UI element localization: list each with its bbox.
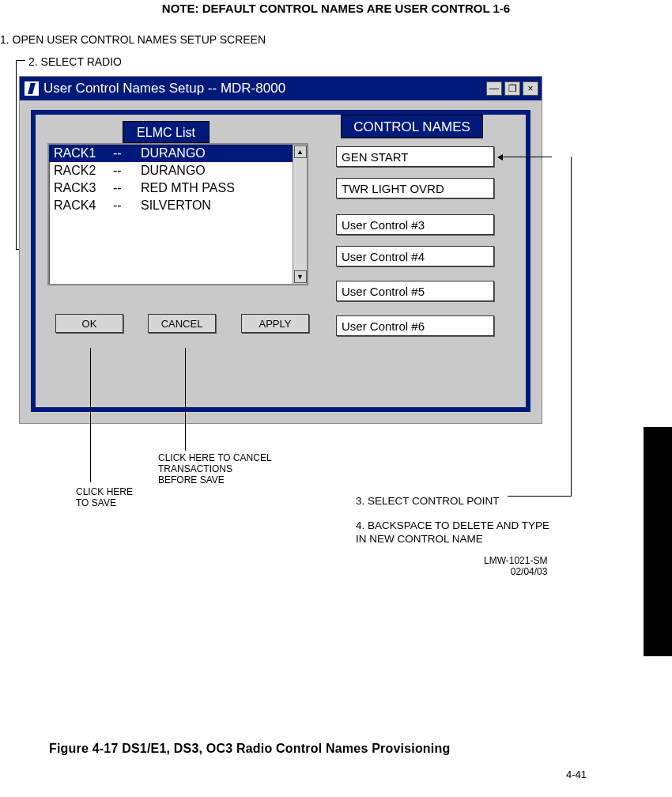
list-cell-site: RED MTH PASS xyxy=(141,181,293,195)
list-cell-rack: RACK2 xyxy=(54,164,113,178)
list-cell-sep: -- xyxy=(113,198,141,213)
list-cell-site: SILVERTON xyxy=(141,198,293,213)
doc-id: LMW-1021-SM 02/04/03 xyxy=(484,555,547,577)
list-row[interactable]: RACK4 -- SILVERTON xyxy=(49,197,293,214)
cancel-callout: CLICK HERE TO CANCEL TRANSACTIONS BEFORE… xyxy=(158,452,272,485)
list-scrollbar[interactable]: ▲ ▼ xyxy=(293,145,307,284)
step-2-text: 2. SELECT RADIO xyxy=(28,55,122,68)
doc-id-code: LMW-1021-SM xyxy=(484,555,547,566)
elmc-list-area: RACK1 -- DURANGO RACK2 -- DURANGO RACK3 … xyxy=(49,145,293,284)
list-cell-rack: RACK1 xyxy=(54,146,113,161)
step-3: 3. SELECT CONTROL POINT xyxy=(356,495,500,507)
page-thumb-tab xyxy=(644,427,672,656)
doc-id-date: 02/04/03 xyxy=(484,566,547,577)
list-cell-sep: -- xyxy=(113,146,141,161)
elmc-list-header: ELMC List xyxy=(123,121,210,143)
cancel-leader-line xyxy=(185,348,186,451)
step-2-label: 2. SELECT RADIO xyxy=(28,55,122,68)
scroll-down-icon[interactable]: ▼ xyxy=(294,270,307,283)
list-cell-sep: -- xyxy=(113,181,141,195)
list-row[interactable]: RACK2 -- DURANGO xyxy=(49,162,293,179)
user-control-names-dialog: User Control Names Setup -- MDR-8000 — ❐… xyxy=(19,76,542,424)
step-4: 4. BACKSPACE TO DELETE AND TYPE IN NEW C… xyxy=(356,519,561,546)
maximize-button[interactable]: ❐ xyxy=(504,81,520,96)
gen-start-leader-bot xyxy=(508,496,571,497)
figure-caption: Figure 4-17 DS1/E1, DS3, OC3 Radio Contr… xyxy=(49,742,450,756)
gen-start-leader xyxy=(498,157,552,157)
step-1: 1. OPEN USER CONTROL NAMES SETUP SCREEN xyxy=(0,33,266,46)
list-cell-site: DURANGO xyxy=(141,164,293,178)
close-button[interactable]: × xyxy=(523,81,538,96)
cancel-button[interactable]: CANCEL xyxy=(148,314,216,333)
scroll-up-icon[interactable]: ▲ xyxy=(294,145,307,158)
list-cell-sep: -- xyxy=(113,164,141,178)
note-default-control-names: NOTE: DEFAULT CONTROL NAMES ARE USER CON… xyxy=(0,2,672,15)
list-row[interactable]: RACK1 -- DURANGO xyxy=(49,145,293,162)
ok-button[interactable]: OK xyxy=(55,314,123,333)
page-number: 4-41 xyxy=(566,769,587,780)
dialog-title: User Control Names Setup -- MDR-8000 xyxy=(43,81,285,96)
app-icon xyxy=(25,81,39,96)
gen-start-leader-vert xyxy=(571,157,572,497)
apply-button[interactable]: APPLY xyxy=(241,314,309,333)
ok-callout: CLICK HERE TO SAVE xyxy=(76,486,133,508)
minimize-button[interactable]: — xyxy=(486,81,502,96)
control-name-field-4[interactable]: User Control #4 xyxy=(336,246,494,266)
control-name-field-2[interactable]: TWR LIGHT OVRD xyxy=(336,178,494,198)
elmc-listbox[interactable]: RACK1 -- DURANGO RACK2 -- DURANGO RACK3 … xyxy=(47,143,308,285)
list-row[interactable]: RACK3 -- RED MTH PASS xyxy=(49,179,293,197)
control-name-field-5[interactable]: User Control #5 xyxy=(336,281,494,301)
ok-leader-line xyxy=(90,348,91,482)
list-cell-rack: RACK3 xyxy=(54,181,113,195)
control-name-field-6[interactable]: User Control #6 xyxy=(336,315,494,336)
dialog-titlebar: User Control Names Setup -- MDR-8000 — ❐… xyxy=(20,77,542,100)
control-name-field-3[interactable]: User Control #3 xyxy=(336,214,494,235)
list-cell-site: DURANGO xyxy=(141,146,293,161)
list-cell-rack: RACK4 xyxy=(54,198,113,213)
control-names-header: CONTROL NAMES xyxy=(341,115,483,138)
control-name-field-1[interactable]: GEN START xyxy=(336,146,494,167)
window-buttons: — ❐ × xyxy=(484,81,542,96)
